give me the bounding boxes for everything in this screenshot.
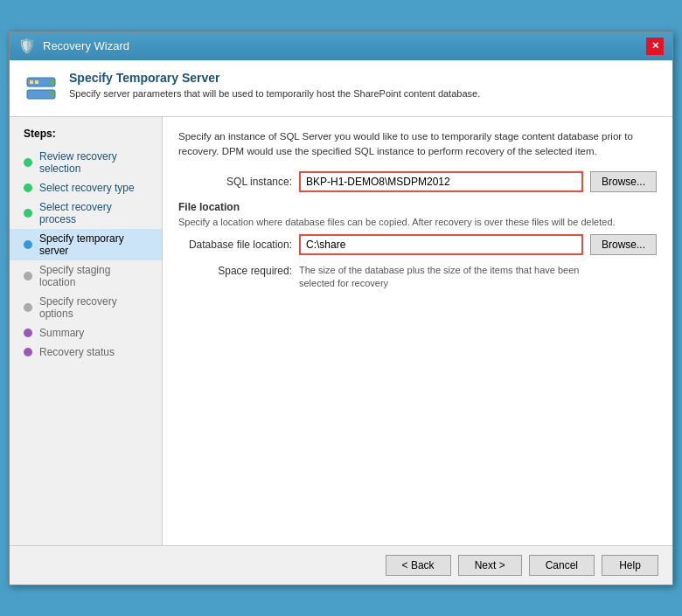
title-bar-left: 🛡️ Recovery Wizard [18,38,129,54]
main-content: Specify an instance of SQL Server you wo… [163,117,672,545]
dot-icon-summary [24,329,32,337]
sidebar-label-specify-temp: Specify temporary server [39,232,148,257]
header-section: Specify Temporary Server Specify server … [10,60,672,117]
svg-point-1 [51,80,55,84]
header-icon [24,71,59,106]
dot-icon-select-process [24,209,32,218]
sidebar-item-summary[interactable]: Summary [10,323,162,343]
sidebar-label-recovery-options: Specify recovery options [39,295,148,320]
db-file-row: Database file location: Browse... [178,234,657,255]
sidebar-item-staging[interactable]: Specify staging location [10,260,162,292]
header-title: Specify Temporary Server [69,71,480,85]
sidebar-label-staging: Specify staging location [39,264,148,288]
sql-instance-input[interactable] [299,171,583,192]
recovery-wizard-window: 🛡️ Recovery Wizard ✕ Specify Temporary S… [9,31,673,585]
dot-icon-specify-temp [24,240,32,249]
sidebar-label-select-type: Select recovery type [39,182,135,194]
file-location-title: File location [178,201,657,213]
svg-rect-5 [35,80,38,84]
db-file-input[interactable] [299,234,583,255]
cancel-button[interactable]: Cancel [529,555,595,576]
dot-icon-staging [24,272,32,280]
space-required-row: Space required: The size of the database… [178,264,657,291]
sidebar-item-select-process[interactable]: Select recovery process [10,197,162,229]
sidebar-item-recovery-status[interactable]: Recovery status [10,343,162,362]
help-button[interactable]: Help [602,555,658,576]
footer: < Back Next > Cancel Help [10,545,672,585]
space-description: The size of the database plus the size o… [299,264,605,291]
file-location-desc: Specify a location where database files … [178,217,657,227]
sidebar-item-specify-temp[interactable]: Specify temporary server [10,229,162,260]
dot-icon-recovery-options [24,303,32,312]
sql-label: SQL instance: [178,176,292,188]
sidebar: Steps: Review recovery selection Select … [10,117,163,545]
svg-point-3 [51,92,55,96]
sql-instance-row: SQL instance: Browse... [178,171,657,192]
dot-icon-review [24,158,32,167]
svg-rect-4 [30,80,33,84]
sidebar-label-summary: Summary [39,327,84,339]
next-button[interactable]: Next > [458,555,522,576]
title-bar: 🛡️ Recovery Wizard ✕ [10,32,672,60]
back-button[interactable]: < Back [386,555,451,576]
db-file-label: Database file location: [178,239,292,251]
header-text: Specify Temporary Server Specify server … [69,71,480,99]
sidebar-item-recovery-options[interactable]: Specify recovery options [10,292,162,323]
browse-db-button[interactable]: Browse... [590,234,657,255]
app-icon: 🛡️ [18,38,36,54]
sidebar-item-review-recovery[interactable]: Review recovery selection [10,147,162,178]
sidebar-label-recovery-status: Recovery status [39,346,115,358]
dot-icon-select-type [24,183,32,192]
close-button[interactable]: ✕ [646,38,664,55]
sidebar-label-select-process: Select recovery process [39,201,148,225]
window-title: Recovery Wizard [43,39,129,52]
browse-sql-button[interactable]: Browse... [590,171,657,192]
space-label: Space required: [178,264,292,277]
main-description: Specify an instance of SQL Server you wo… [178,129,657,160]
sidebar-label-review: Review recovery selection [39,150,148,175]
header-description: Specify server parameters that will be u… [69,88,480,99]
sidebar-item-select-type[interactable]: Select recovery type [10,178,162,197]
sidebar-title: Steps: [10,128,162,147]
dot-icon-recovery-status [24,348,32,356]
server-svg-icon [24,71,59,106]
content-area: Steps: Review recovery selection Select … [10,117,672,545]
